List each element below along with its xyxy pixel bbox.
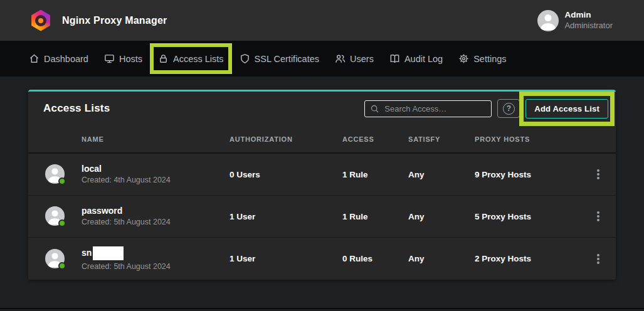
monitor-icon [104,53,115,64]
user-role: Administrator [564,21,613,31]
nav-item-audit-log[interactable]: Audit Log [389,53,443,64]
table-header: NAME AUTHORIZATION ACCESS SATISFY PROXY … [28,125,616,154]
access-value: 1 Rule [342,170,408,179]
main-nav: Dashboard Hosts Access Lists SSL Certifi… [0,41,644,76]
help-button[interactable]: ? [497,99,520,118]
created-date: Created: 4th August 2024 [82,176,171,184]
lock-icon [158,53,169,64]
user-avatar [537,10,559,31]
avatar [45,206,65,226]
status-online-dot [58,262,66,270]
access-lists-panel: Access Lists ? Add Access List NAME AUTH… [28,90,616,280]
access-list-name: sn [82,248,92,258]
book-icon [389,53,400,64]
nav-label: Audit Log [404,54,443,64]
access-value: 1 Rule [342,212,408,221]
nav-item-hosts[interactable]: Hosts [104,53,142,64]
redaction-box [93,246,124,260]
search-input[interactable] [384,104,486,113]
row-menu-kebab-icon[interactable] [597,258,599,260]
panel-header: Access Lists ? Add Access List [28,92,616,125]
access-list-name: password [82,206,171,216]
search-box [364,100,492,117]
status-online-dot [58,177,66,185]
page-title: Access Lists [43,102,110,115]
authorization-value: 1 User [230,212,342,221]
nav-label: Users [350,54,374,64]
created-date: Created: 5th August 2024 [82,218,171,226]
avatar [45,249,65,268]
nav-label: Access Lists [173,54,224,64]
nav-label: SSL Certificates [255,54,319,64]
proxy-hosts-value: 9 Proxy Hosts [475,170,581,179]
table-row[interactable]: local Created: 4th August 2024 0 Users 1… [28,154,616,196]
column-header-proxy-hosts: PROXY HOSTS [475,135,581,143]
table-row[interactable]: password Created: 5th August 2024 1 User… [28,196,616,238]
column-header-satisfy: SATISFY [408,135,475,143]
satisfy-value: Any [408,170,475,179]
nav-label: Hosts [119,54,142,64]
authorization-value: 1 User [230,254,342,263]
table-row[interactable]: sn Created: 5th August 2024 1 User 0 Rul… [28,238,616,280]
status-online-dot [58,219,66,227]
nav-label: Settings [473,54,506,64]
question-mark-icon: ? [503,103,515,115]
users-icon [335,53,346,64]
app-logo-icon [30,10,51,31]
column-header-authorization: AUTHORIZATION [230,135,342,143]
nav-item-access-lists[interactable]: Access Lists [158,53,224,64]
access-value: 0 Rules [342,254,408,263]
satisfy-value: Any [408,212,475,221]
proxy-hosts-value: 2 Proxy Hosts [475,254,581,263]
topbar: Nginx Proxy Manager Admin Administrator [0,0,644,41]
row-menu-kebab-icon[interactable] [597,215,599,218]
column-header-access: ACCESS [342,135,408,143]
app-title: Nginx Proxy Manager [62,15,167,26]
nav-item-ssl-certificates[interactable]: SSL Certificates [240,53,319,64]
row-menu-kebab-icon[interactable] [597,173,599,176]
gear-icon [458,53,469,64]
proxy-hosts-value: 5 Proxy Hosts [475,212,581,221]
home-icon [29,53,40,64]
column-header-name: NAME [82,135,230,143]
shield-icon [240,53,250,64]
user-menu[interactable]: Admin Administrator [537,10,613,31]
authorization-value: 0 Users [230,170,342,179]
nav-item-dashboard[interactable]: Dashboard [29,53,88,64]
person-icon [537,10,559,31]
nav-item-users[interactable]: Users [335,53,374,64]
add-access-list-button[interactable]: Add Access List [525,99,608,119]
search-icon [370,104,379,113]
nav-label: Dashboard [44,54,88,64]
satisfy-value: Any [408,254,475,263]
created-date: Created: 5th August 2024 [82,262,171,271]
nav-item-settings[interactable]: Settings [458,53,506,64]
user-name: Admin [564,10,613,21]
access-list-name: local [82,164,171,174]
footer-divider [0,308,644,309]
avatar [45,164,65,184]
